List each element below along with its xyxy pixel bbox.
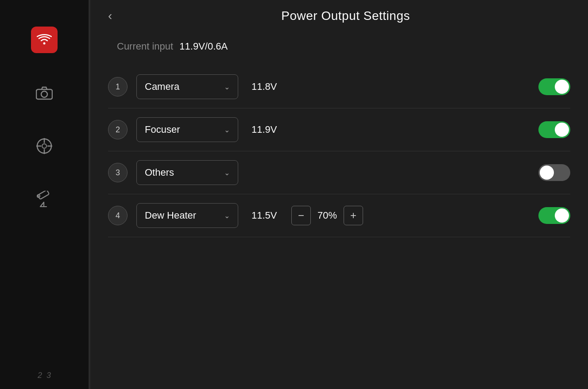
sidebar-item-mount[interactable] — [31, 133, 58, 159]
output-dropdown-3[interactable]: Others ⌄ — [136, 160, 238, 185]
svg-point-2 — [41, 91, 47, 97]
chevron-down-icon-1: ⌄ — [224, 83, 230, 91]
crosshair-icon — [36, 138, 53, 154]
output-row-4: 4 Dew Heater ⌄ 11.5V − 70% + — [108, 194, 570, 237]
outputs-list: 1 Camera ⌄ 11.8V 2 Focuser ⌄ 11.9V — [90, 65, 588, 389]
sidebar-num-2: 2 — [38, 371, 42, 380]
output-row-2: 2 Focuser ⌄ 11.9V — [108, 108, 570, 151]
camera-icon — [36, 86, 53, 100]
sidebar: 2 3 — [0, 0, 89, 389]
telescope-icon — [35, 191, 54, 208]
output-dropdown-4[interactable]: Dew Heater ⌄ — [136, 203, 238, 228]
output-row-1: 1 Camera ⌄ 11.8V — [108, 65, 570, 108]
svg-point-0 — [43, 42, 46, 45]
sidebar-item-telescope[interactable] — [31, 186, 58, 212]
dew-increase-button[interactable]: + — [344, 206, 363, 225]
output-number-1: 1 — [108, 77, 128, 96]
main-panel: ‹ Power Output Settings Current input 11… — [90, 0, 588, 389]
output-dropdown-1[interactable]: Camera ⌄ — [136, 74, 238, 99]
back-button[interactable]: ‹ — [108, 9, 112, 23]
sidebar-num-3: 3 — [46, 371, 51, 380]
sidebar-bottom-numbers: 2 3 — [38, 371, 51, 380]
output-number-2: 2 — [108, 120, 128, 139]
output-toggle-4[interactable] — [538, 207, 570, 224]
output-number-4: 4 — [108, 206, 128, 225]
svg-point-4 — [42, 144, 46, 148]
toggle-thumb-1 — [555, 80, 569, 94]
toggle-thumb-2 — [555, 123, 569, 137]
sidebar-item-wifi[interactable] — [31, 27, 58, 53]
output-type-2: Focuser — [145, 124, 217, 135]
output-toggle-3[interactable] — [538, 164, 570, 181]
page-title: Power Output Settings — [121, 9, 570, 23]
current-input-row: Current input 11.9V/0.6A — [90, 32, 588, 65]
toggle-thumb-3 — [540, 166, 554, 180]
svg-line-12 — [40, 202, 44, 207]
output-type-1: Camera — [145, 81, 217, 92]
output-type-3: Others — [145, 167, 217, 178]
output-voltage-4: 11.5V — [251, 210, 282, 221]
output-toggle-1[interactable] — [538, 78, 570, 95]
wifi-icon — [37, 34, 52, 46]
dew-decrease-button[interactable]: − — [291, 206, 311, 225]
dew-controls: − 70% + — [291, 206, 363, 225]
output-row-3: 3 Others ⌄ — [108, 151, 570, 194]
chevron-down-icon-2: ⌄ — [224, 126, 230, 134]
output-voltage-1: 11.8V — [251, 81, 282, 92]
sidebar-item-camera[interactable] — [31, 80, 58, 106]
current-input-value: 11.9V/0.6A — [179, 41, 228, 52]
chevron-down-icon-3: ⌄ — [224, 169, 230, 177]
output-voltage-2: 11.9V — [251, 124, 282, 135]
output-dropdown-2[interactable]: Focuser ⌄ — [136, 117, 238, 142]
output-toggle-2[interactable] — [538, 121, 570, 138]
chevron-down-icon-4: ⌄ — [224, 212, 230, 220]
dew-percent: 70% — [316, 210, 338, 221]
current-input-label: Current input — [117, 41, 173, 52]
output-number-3: 3 — [108, 163, 128, 182]
toggle-thumb-4 — [555, 208, 569, 223]
output-type-4: Dew Heater — [145, 210, 217, 221]
header: ‹ Power Output Settings — [90, 0, 588, 32]
